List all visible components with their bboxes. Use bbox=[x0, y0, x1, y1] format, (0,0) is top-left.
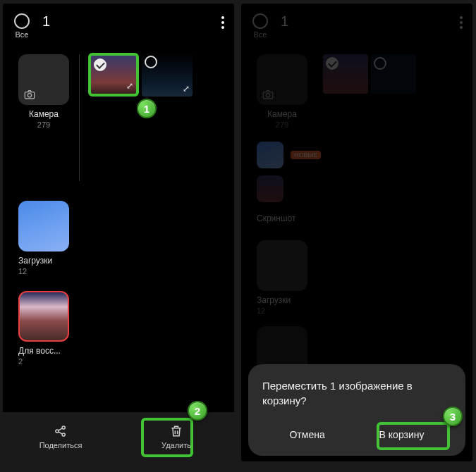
album-count: 279 bbox=[37, 120, 50, 129]
select-all-label: Все bbox=[254, 30, 267, 39]
share-button[interactable]: Поделиться bbox=[3, 412, 118, 461]
folder-row[interactable]: НОВЫЕ bbox=[257, 142, 465, 168]
annotation-badge-1: 1 bbox=[137, 99, 157, 118]
album-thumb-camera bbox=[257, 54, 307, 105]
cancel-button[interactable]: Отмена bbox=[279, 422, 334, 447]
album-count: 279 bbox=[276, 120, 288, 129]
share-label: Поделиться bbox=[39, 441, 83, 449]
folder-thumb bbox=[257, 175, 283, 202]
expand-icon: ⤢ bbox=[183, 84, 190, 94]
screen-gallery-selection: Все 1 Камера 279 bbox=[3, 4, 234, 461]
album-count: 2 bbox=[18, 357, 23, 366]
svg-point-1 bbox=[28, 94, 31, 97]
folder-thumb bbox=[257, 142, 283, 168]
album-count: 12 bbox=[257, 306, 265, 315]
checkmark-icon bbox=[326, 57, 338, 70]
image-item-2[interactable] bbox=[371, 54, 416, 94]
header: Все 1 bbox=[3, 4, 234, 42]
camera-icon bbox=[24, 89, 35, 99]
album-label: Скриншот bbox=[257, 213, 295, 223]
album-thumb-downloads[interactable] bbox=[18, 201, 69, 251]
image-item-1[interactable]: ⤢ bbox=[88, 53, 139, 97]
new-tag: НОВЫЕ bbox=[291, 151, 321, 159]
selection-count: 1 bbox=[42, 13, 50, 30]
annotation-badge-2: 2 bbox=[188, 401, 207, 421]
album-downloads[interactable]: Загрузки 12 bbox=[257, 240, 465, 315]
album-camera[interactable]: Камера 279 bbox=[18, 54, 69, 129]
annotation-badge-3: 3 bbox=[443, 406, 463, 426]
trash-icon bbox=[169, 424, 183, 438]
header: Все 1 bbox=[241, 4, 472, 42]
share-icon bbox=[54, 424, 68, 438]
album-label: Камера bbox=[29, 109, 59, 119]
select-all-circle-icon bbox=[252, 13, 268, 29]
select-all-toggle[interactable]: Все bbox=[252, 13, 268, 39]
album-count: 12 bbox=[18, 267, 27, 275]
checkmark-icon bbox=[94, 58, 106, 71]
divider bbox=[79, 54, 80, 181]
image-item-1[interactable] bbox=[323, 54, 368, 94]
folder-row[interactable] bbox=[257, 175, 465, 202]
delete-label: Удалить bbox=[161, 441, 191, 449]
delete-button[interactable]: Удалить bbox=[118, 412, 234, 461]
album-label: Для восс... bbox=[18, 346, 61, 356]
select-all-label: Все bbox=[16, 30, 29, 39]
select-all-circle-icon bbox=[14, 13, 30, 29]
more-menu-icon[interactable] bbox=[460, 16, 463, 29]
svg-point-6 bbox=[266, 94, 269, 97]
album-thumb bbox=[257, 240, 307, 291]
more-menu-icon[interactable] bbox=[221, 16, 224, 29]
image-item-2[interactable]: ⤢ bbox=[142, 53, 193, 97]
album-label: Загрузки bbox=[257, 295, 291, 305]
camera-icon bbox=[262, 89, 274, 99]
select-all-toggle[interactable]: Все bbox=[14, 13, 30, 39]
expand-icon: ⤢ bbox=[126, 81, 133, 91]
unchecked-circle-icon bbox=[374, 57, 386, 70]
album-thumb-recovery[interactable] bbox=[18, 291, 69, 342]
album-camera[interactable]: Камера 279 bbox=[257, 54, 307, 129]
confirm-delete-dialog: Переместить 1 изображение в корзину? Отм… bbox=[248, 364, 465, 456]
confirm-button[interactable]: В корзину bbox=[370, 422, 434, 447]
album-label: Загрузки bbox=[18, 256, 52, 266]
selection-count: 1 bbox=[281, 13, 288, 30]
album-thumb-camera bbox=[18, 54, 69, 105]
unchecked-circle-icon bbox=[145, 56, 157, 68]
svg-rect-5 bbox=[263, 92, 272, 99]
album-label: Камера bbox=[267, 109, 297, 119]
screen-confirm-dialog: Все 1 Камера 279 bbox=[241, 4, 472, 461]
dialog-title: Переместить 1 изображение в корзину? bbox=[262, 378, 451, 408]
